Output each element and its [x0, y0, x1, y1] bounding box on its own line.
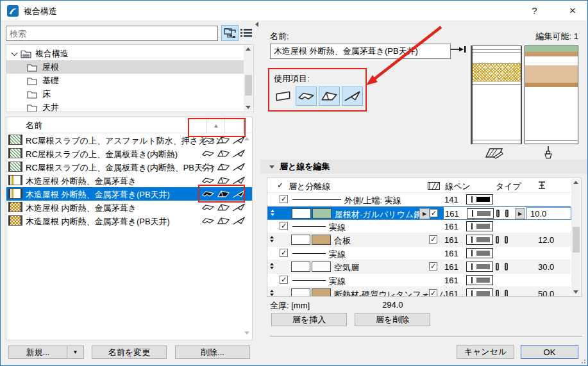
pen-preview[interactable] [467, 208, 494, 219]
cut-fill-swatch[interactable] [291, 262, 310, 272]
tree-item-ceiling[interactable]: 天井 [6, 101, 244, 112]
list-item[interactable]: RC屋根スラブの上、金属板葺き(内断熱、PB天井) [6, 160, 252, 174]
checkbox[interactable]: ✓ [280, 249, 288, 257]
edit-skins-section-header[interactable]: 層と線を編集 [260, 160, 588, 174]
checkbox[interactable]: ✓ [280, 222, 288, 230]
resize-grip[interactable] [579, 357, 585, 363]
checkbox[interactable]: ✓ [430, 209, 438, 217]
cut-fill-preview[interactable] [471, 46, 522, 144]
surface-swatch[interactable] [312, 262, 331, 272]
cut-fill-swatch[interactable] [291, 235, 310, 245]
new-dropdown-button[interactable]: ▼ [67, 345, 84, 359]
pen-preview[interactable] [466, 275, 493, 285]
end-line-type-icon[interactable] [505, 263, 508, 270]
checkbox[interactable]: ✓ [429, 235, 437, 244]
tree-item-roof[interactable]: 屋根 [6, 60, 244, 74]
surface-preview[interactable] [525, 46, 578, 144]
list-item[interactable]: RC屋根スラブの上、金属板葺き(内断熱) [6, 147, 252, 160]
separator-label: 外側/上端: 実線 [344, 195, 401, 206]
pen-number: 161 [444, 235, 458, 245]
pen-preview[interactable] [466, 262, 493, 272]
tree-item-floor[interactable]: 床 [6, 87, 244, 101]
end-line-type-icon[interactable] [505, 236, 508, 244]
list-item[interactable]: 木造屋根 外断熱、金属茅葺き [6, 174, 252, 187]
table-scrollbar[interactable] [571, 179, 580, 295]
separator-row[interactable]: ✓ 実線 161 [267, 220, 571, 233]
skin-row[interactable]: 合板 ✓ 161 12.0 [267, 233, 571, 247]
skin-material-label: 合板 [334, 235, 351, 247]
use-with-wall-button[interactable] [273, 87, 294, 106]
roof-column-header[interactable]: ▲ [206, 117, 225, 133]
pen-preview[interactable] [466, 248, 493, 258]
tree-view-button[interactable] [221, 25, 239, 41]
tree-item-foundation[interactable]: 基礎 [6, 74, 244, 87]
end-line-type-icon[interactable] [505, 290, 508, 297]
pen-preview[interactable] [466, 221, 493, 231]
new-button[interactable]: 新規... [8, 345, 67, 359]
reorder-handle-icon[interactable] [270, 263, 274, 269]
surface-swatch[interactable] [312, 208, 332, 219]
end-line-type-icon[interactable] [505, 210, 508, 217]
skin-row-selected[interactable]: 屋根材-ガルバリウム鋼板 ▶ ✓ 161 ▶ 10.0 [267, 206, 571, 220]
list-item[interactable]: 木造屋根 内断熱、金属茅葺き(PB天井) [6, 214, 252, 228]
type-popup-button[interactable]: ▶ [515, 208, 525, 219]
list-item[interactable]: RC屋根スラブの上、アスファルト防水、押さえコン [6, 133, 252, 147]
list-view-button[interactable] [240, 27, 253, 39]
checkbox[interactable]: ✓ [280, 195, 288, 203]
list-header[interactable]: 名前 ▲ [6, 117, 252, 133]
ok-button[interactable]: OK [521, 345, 578, 359]
separator-row[interactable]: ✓ 実線 161 [267, 247, 571, 260]
cut-fill-swatch[interactable] [292, 208, 311, 219]
use-with-roof-button[interactable] [319, 87, 340, 106]
end-line-type-icon[interactable] [496, 290, 499, 297]
list-item[interactable]: 木造屋根 内断熱、金属茅葺き [6, 201, 252, 214]
end-line-type-icon[interactable] [496, 263, 499, 270]
search-input[interactable] [6, 26, 218, 41]
insert-skin-button[interactable]: 層を挿入 [271, 313, 347, 326]
cut-fill-swatch[interactable] [291, 288, 310, 297]
cancel-button[interactable]: キャンセル [457, 345, 514, 359]
collapse-panel-icon[interactable] [255, 22, 258, 27]
composite-name: 木造屋根 外断熱、金属茅葺き [26, 176, 137, 187]
slab-icon [201, 203, 215, 212]
end-line-type-icon[interactable] [496, 210, 500, 217]
composite-list: 名前 ▲ RC屋根スラブの上、アスファルト防水、押さえコン RC屋根スラブの上、… [6, 117, 253, 340]
pen-preview[interactable] [466, 194, 493, 204]
remove-skin-button[interactable]: 層を削除 [355, 313, 430, 326]
skin-row[interactable]: 断熱材-硬質ウレタンフォーム ✓ 161 50.0 [267, 287, 571, 297]
list-scroll-down-icon[interactable] [244, 331, 249, 335]
material-popup-button[interactable]: ▶ [419, 208, 430, 219]
rename-button[interactable]: 名前を変更 [92, 345, 167, 359]
slab-icon [201, 216, 215, 226]
separator-line-sample [292, 199, 341, 200]
close-button[interactable]: × [558, 1, 587, 21]
list-item-selected[interactable]: 木造屋根 外断熱、金属茅葺き(PB天井) [6, 187, 252, 201]
shell-column-header[interactable] [224, 117, 244, 133]
separator-row[interactable]: ✓ 外側/上端: 実線 141 [267, 193, 571, 206]
help-button[interactable]: ? [520, 1, 549, 21]
checkbox[interactable]: ✓ [280, 276, 288, 284]
tree-root[interactable]: 複合構造 [6, 47, 244, 60]
delete-button[interactable]: 削除... [175, 345, 250, 359]
checkbox[interactable]: ✓ [429, 262, 437, 270]
use-with-shell-button[interactable] [342, 87, 363, 106]
slab-column-header[interactable] [189, 117, 207, 133]
separator-row[interactable]: ✓ 実線 161 [267, 274, 571, 287]
end-line-type-icon[interactable] [496, 236, 499, 244]
chevron-down-icon[interactable] [12, 50, 18, 56]
name-column-header[interactable]: 名前 [26, 120, 42, 131]
reorder-handle-icon[interactable] [271, 210, 274, 216]
reorder-handle-icon[interactable] [270, 236, 274, 242]
thickness-column-icon [537, 181, 546, 190]
checkbox[interactable]: ✓ [429, 289, 437, 297]
reorder-handle-icon[interactable] [270, 290, 274, 296]
surface-swatch[interactable] [312, 235, 331, 245]
list-scroll-up-icon[interactable] [244, 137, 249, 140]
skin-row[interactable]: 空気層 ✓ 161 30.0 [267, 260, 571, 274]
surface-swatch[interactable] [312, 288, 331, 297]
pen-preview[interactable] [466, 288, 493, 297]
thickness-field[interactable]: 10.0 [526, 207, 571, 220]
tree-scrollbar[interactable] [244, 46, 253, 111]
use-with-slab-button[interactable] [296, 87, 317, 106]
pen-preview[interactable] [466, 235, 493, 245]
